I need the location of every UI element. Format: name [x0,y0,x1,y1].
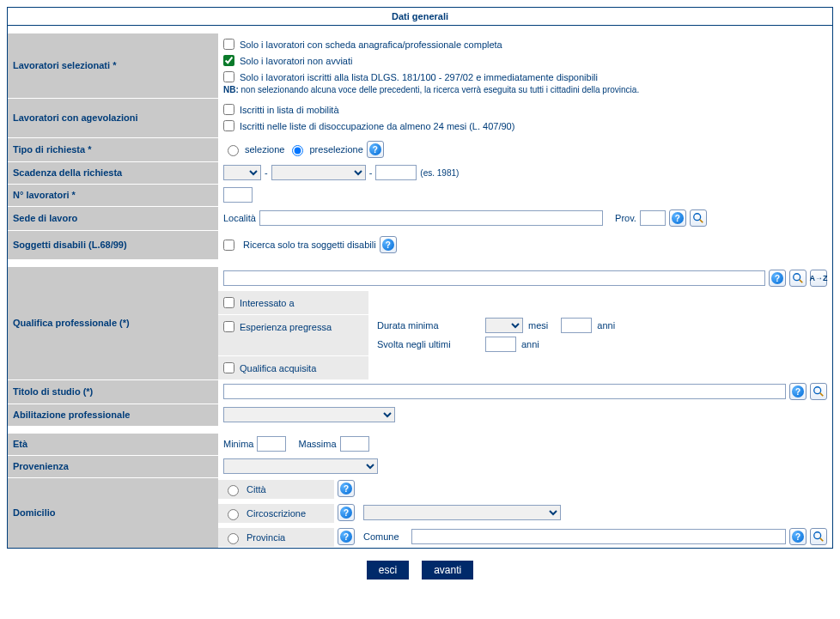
label-localita: Località [223,213,256,223]
panel-title: Dati generali [8,8,832,26]
label-prov: Prov. [615,213,636,223]
label-comune: Comune [363,531,399,542]
chk-non-avviati-label: Solo i lavoratori non avviati [240,56,352,66]
sort-az-icon: A→Z [810,274,828,282]
help-qualifica[interactable]: ? [769,270,786,287]
radio-preselezione[interactable] [292,145,303,156]
chk-esperienza-label: Esperienza pregressa [240,322,332,332]
input-localita[interactable] [259,210,603,226]
input-prov[interactable] [640,210,666,226]
chk-disoccupazione[interactable] [223,120,234,131]
help-comune[interactable]: ? [789,528,807,545]
select-scadenza-mm[interactable] [271,165,366,180]
help-icon: ? [792,531,804,543]
help-icon: ? [340,482,352,495]
input-comune[interactable] [411,529,786,544]
input-qualifica[interactable] [223,270,765,286]
label-sede: Sede di lavoro [8,206,218,230]
svg-line-3 [800,280,803,283]
label-anni2: anni [521,339,539,349]
label-provenienza: Provenienza [8,455,218,477]
label-durata-minima: Durata minima [377,320,480,331]
radio-citta[interactable] [228,485,239,496]
search-icon [813,531,825,543]
input-titolo[interactable] [223,384,786,399]
label-tipo-richiesta: Tipo di richiesta * [8,137,218,161]
chk-interessato-label: Interessato a [240,298,295,308]
radio-provincia-label: Provincia [247,532,285,543]
chk-acquisita-label: Qualifica acquisita [240,363,316,373]
avanti-button[interactable]: avanti [422,561,473,580]
help-provincia[interactable]: ? [338,528,355,545]
select-scadenza-gg[interactable] [223,165,261,180]
help-tipo-richiesta[interactable]: ? [367,141,384,158]
chk-disabili[interactable] [223,240,234,251]
input-eta-max[interactable] [340,436,369,452]
help-circoscrizione[interactable]: ? [338,504,355,521]
help-icon: ? [340,531,352,543]
hint-scadenza: (es. 1981) [420,168,459,178]
chk-scheda-completa[interactable] [223,39,234,50]
radio-circoscrizione-label: Circoscrizione [247,508,306,519]
radio-preselezione-label: preselezione [309,144,362,155]
label-mesi: mesi [528,320,548,331]
label-scadenza: Scadenza della richiesta [8,161,218,184]
chk-acquisita[interactable] [223,362,234,373]
svg-point-4 [814,387,821,394]
chk-mobilita[interactable] [223,104,234,115]
chk-iscritti-dlgs[interactable] [223,71,234,82]
help-disabili[interactable]: ? [380,236,397,253]
label-n-lavoratori: N° lavoratori * [8,184,218,206]
label-svolta: Svolta negli ultimi [377,339,480,349]
select-abilitazione[interactable] [223,407,395,422]
select-durata-mesi[interactable] [485,318,523,333]
chk-esperienza[interactable] [223,321,234,332]
button-bar: esci avanti [7,549,833,583]
form-panel: Dati generali Lavoratori selezionati * S… [7,7,833,549]
chk-iscritti-dlgs-label: Solo i lavoratori iscritti alla lista DL… [240,72,598,82]
radio-citta-label: Città [247,484,266,495]
lookup-sede[interactable] [690,209,707,227]
svg-point-0 [694,214,701,221]
lookup-titolo[interactable] [810,383,827,400]
radio-provincia[interactable] [228,533,239,544]
note-nb: NB: non selezionando alcuna voce delle p… [223,85,827,94]
lookup-comune[interactable] [810,528,827,545]
svg-line-1 [700,220,703,223]
input-n-lavoratori[interactable] [223,187,253,203]
svg-point-6 [814,532,821,539]
help-citta[interactable]: ? [338,480,355,497]
sort-qualifica[interactable]: A→Z [810,270,827,287]
chk-non-avviati[interactable] [223,55,234,66]
select-circoscrizione[interactable] [363,505,561,520]
radio-circoscrizione[interactable] [228,509,239,520]
help-icon: ? [382,239,394,251]
label-anni: anni [597,320,615,331]
label-domicilio: Domicilio [8,477,218,548]
help-icon: ? [672,212,684,224]
chk-interessato[interactable] [223,297,234,308]
chk-scheda-completa-label: Solo i lavoratori con scheda anagrafica/… [240,39,502,50]
svg-point-2 [794,274,800,281]
lookup-qualifica[interactable] [789,270,807,287]
radio-selezione-label: selezione [245,144,284,155]
help-icon: ? [771,272,783,284]
help-icon: ? [340,507,352,519]
help-sede[interactable]: ? [669,209,686,227]
input-scadenza-anno[interactable] [375,165,417,180]
chk-disoccupazione-label: Iscritti nelle liste di disoccupazione d… [240,121,514,131]
label-eta-min: Minima [223,439,253,449]
form-table: Lavoratori selezionati * Solo i lavorato… [8,26,832,548]
label-qualifica: Qualifica professionale (*) [8,266,218,379]
input-eta-min[interactable] [257,436,286,452]
search-icon [813,385,825,397]
label-lavoratori-selezionati: Lavoratori selezionati * [8,33,218,98]
input-durata-anni[interactable] [561,318,592,333]
radio-selezione[interactable] [228,145,239,156]
help-titolo[interactable]: ? [789,383,807,400]
esci-button[interactable]: esci [367,561,409,580]
input-svolta-anni[interactable] [485,337,516,352]
label-eta: Età [8,433,218,455]
select-provenienza[interactable] [223,458,378,474]
label-agevolazioni: Lavoratori con agevolazioni [8,98,218,137]
